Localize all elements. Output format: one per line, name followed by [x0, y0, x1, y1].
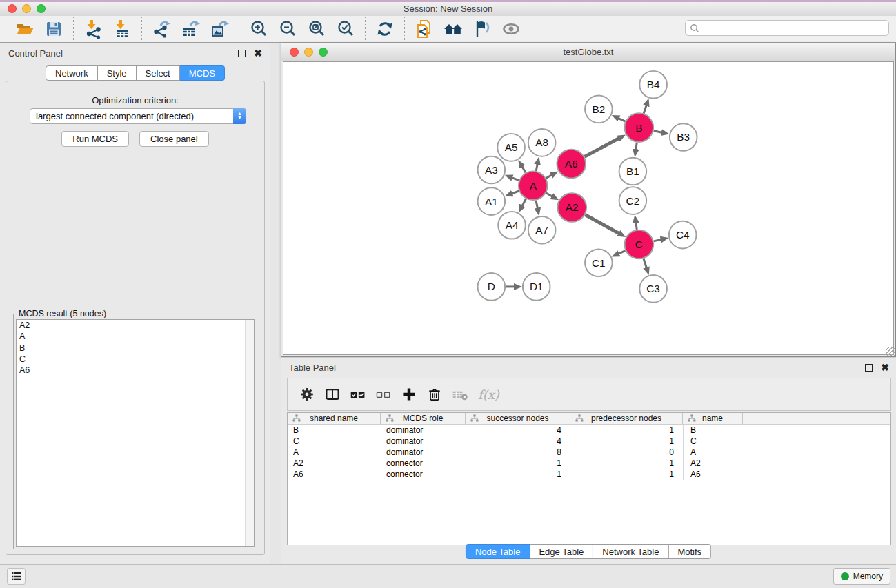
edge-B-B4[interactable]	[644, 105, 646, 114]
float-panel-icon[interactable]	[238, 50, 246, 57]
tab-mcds[interactable]: MCDS	[180, 65, 225, 81]
import-network-button[interactable]	[82, 18, 104, 40]
edge-A-A3[interactable]	[512, 178, 519, 181]
refresh-button[interactable]	[374, 18, 396, 40]
close-window-button[interactable]	[8, 4, 17, 13]
node-A6[interactable]: A6	[557, 150, 586, 179]
tab-node-table[interactable]: Node Table	[466, 544, 530, 559]
deselect-all-button[interactable]	[373, 384, 393, 405]
node-A8[interactable]: A8	[528, 129, 556, 156]
node-D1[interactable]: D1	[523, 273, 550, 301]
node-C[interactable]: C	[625, 230, 654, 259]
column-browser-button[interactable]	[322, 384, 342, 405]
close-panel-button[interactable]: Close panel	[139, 131, 209, 147]
node-B4[interactable]: B4	[639, 71, 667, 99]
node-D[interactable]: D	[478, 273, 506, 301]
node-A1[interactable]: A1	[478, 187, 506, 215]
resize-grip-icon[interactable]	[886, 347, 895, 356]
edge-A6-B[interactable]	[584, 139, 619, 157]
edge-A-A5[interactable]	[522, 166, 526, 172]
edge-A2-C[interactable]	[585, 215, 619, 234]
zoom-in-button[interactable]	[248, 18, 270, 40]
edge-C-C1[interactable]	[619, 251, 626, 254]
open-session-button[interactable]	[14, 18, 36, 40]
criterion-dropdown[interactable]: largest connected component (directed) ▲…	[30, 108, 246, 124]
node-A7[interactable]: A7	[528, 216, 556, 244]
zoom-window-button[interactable]	[37, 4, 46, 13]
home-button[interactable]	[442, 18, 464, 40]
select-all-button[interactable]	[348, 384, 368, 405]
node-C2[interactable]: C2	[619, 187, 647, 214]
node-B2[interactable]: B2	[585, 96, 613, 123]
edge-A-A4[interactable]	[522, 199, 526, 206]
save-session-button[interactable]	[43, 18, 65, 40]
table-row[interactable]: A2connector11A2	[288, 458, 890, 469]
zoom-out-button[interactable]	[277, 18, 299, 40]
edge-B-B1[interactable]	[636, 143, 637, 150]
edge-A-A7[interactable]	[536, 201, 537, 209]
result-item[interactable]: A	[17, 331, 254, 342]
node-A3[interactable]: A3	[478, 156, 506, 184]
table-row[interactable]: Adominator80A	[288, 447, 890, 458]
edge-C-C3[interactable]	[644, 258, 646, 267]
close-panel-icon[interactable]: ✖	[881, 364, 889, 372]
edge-A-A8[interactable]	[536, 164, 537, 171]
result-item[interactable]: C	[17, 354, 254, 365]
close-panel-icon[interactable]: ✖	[254, 50, 262, 57]
edge-C-C2[interactable]	[636, 222, 637, 229]
delete-table-button[interactable]	[450, 384, 470, 405]
node-A5[interactable]: A5	[497, 134, 525, 161]
edge-A-A6[interactable]	[546, 175, 552, 179]
edge-B-B2[interactable]	[619, 119, 626, 121]
node-A[interactable]: A	[519, 172, 548, 201]
import-table-button[interactable]	[111, 18, 133, 40]
column-header-successor-nodes[interactable]: successor nodes	[466, 413, 570, 424]
node-C3[interactable]: C3	[639, 275, 667, 303]
node-C4[interactable]: C4	[669, 221, 697, 249]
result-item[interactable]: A6	[17, 365, 254, 376]
scrollbar-track[interactable]	[245, 320, 254, 546]
tab-network-table[interactable]: Network Table	[593, 544, 668, 559]
add-column-button[interactable]	[399, 384, 419, 405]
node-B1[interactable]: B1	[619, 158, 647, 185]
search-input[interactable]	[685, 20, 889, 36]
run-mcds-button[interactable]: Run MCDS	[61, 131, 129, 147]
table-row[interactable]: A6connector11A6	[288, 469, 890, 480]
network-window-titlebar[interactable]: testGlobe.txt	[281, 43, 895, 61]
node-C1[interactable]: C1	[585, 249, 613, 276]
export-network-button[interactable]	[150, 18, 172, 40]
network-from-selection-button[interactable]	[413, 18, 435, 40]
tab-edge-table[interactable]: Edge Table	[530, 544, 593, 559]
tab-style[interactable]: Style	[98, 65, 137, 81]
delete-column-button[interactable]	[424, 384, 444, 405]
node-B[interactable]: B	[625, 113, 654, 142]
zoom-fit-button[interactable]	[306, 18, 328, 40]
column-header-shared-name[interactable]: shared name	[288, 413, 381, 424]
tab-select[interactable]: Select	[137, 65, 180, 81]
mcds-result-list[interactable]: A2ABCA6	[16, 319, 255, 547]
tab-motifs[interactable]: Motifs	[668, 544, 711, 559]
network-canvas[interactable]: B4B2BB3A5A8A6A3B1AA1C2A2A4A7C4CC1C3DD1	[283, 61, 894, 355]
export-image-button[interactable]	[208, 18, 230, 40]
table-settings-button[interactable]	[297, 384, 317, 405]
tab-network[interactable]: Network	[46, 65, 98, 81]
edge-B-B3[interactable]	[654, 131, 662, 133]
close-window-button[interactable]	[290, 48, 299, 57]
edge-C-C4[interactable]	[654, 239, 661, 241]
float-panel-icon[interactable]	[865, 364, 873, 372]
table-row[interactable]: Cdominator41C	[288, 436, 890, 447]
column-header-MCDS-role[interactable]: MCDS role	[381, 413, 466, 424]
zoom-selected-button[interactable]	[335, 18, 357, 40]
edge-A-A1[interactable]	[512, 191, 519, 194]
show-details-button[interactable]	[500, 18, 522, 40]
task-history-button[interactable]	[7, 568, 26, 585]
column-header-predecessor-nodes[interactable]: predecessor nodes	[570, 413, 683, 424]
memory-button[interactable]: Memory	[833, 568, 890, 585]
edge-A-A2[interactable]	[546, 193, 552, 196]
minimize-window-button[interactable]	[304, 48, 313, 57]
result-item[interactable]: B	[17, 343, 254, 354]
zoom-window-button[interactable]	[319, 48, 328, 57]
export-table-button[interactable]	[179, 18, 201, 40]
node-table[interactable]: shared nameMCDS rolesuccessor nodesprede…	[287, 412, 891, 545]
result-item[interactable]: A2	[17, 320, 254, 331]
